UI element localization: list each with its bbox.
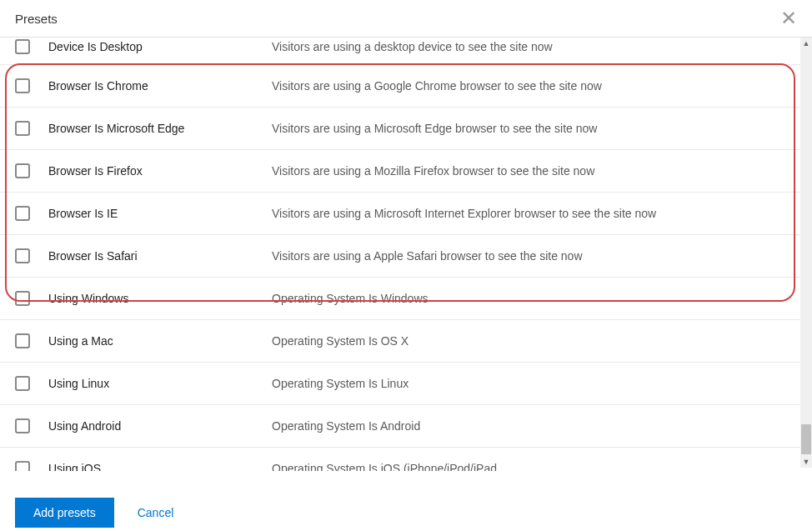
preset-name: Browser Is Microsoft Edge [48, 122, 272, 135]
preset-row: Browser Is SafariVisitors are using a Ap… [0, 235, 812, 278]
preset-checkbox[interactable] [15, 333, 30, 348]
preset-name: Browser Is Safari [48, 249, 272, 263]
preset-row: Using AndroidOperating System Is Android [0, 405, 812, 448]
preset-name: Using Windows [48, 292, 272, 305]
preset-row: Using iOSOperating System Is iOS (iPhone… [0, 448, 812, 471]
preset-description: Visitors are using a Google Chrome brows… [272, 79, 797, 93]
preset-checkbox[interactable] [15, 418, 30, 433]
preset-name: Using Android [48, 419, 272, 433]
close-icon[interactable]: ✕ [780, 8, 797, 28]
scrollbar[interactable]: ▲ ▼ [800, 38, 812, 468]
preset-checkbox[interactable] [15, 39, 30, 54]
preset-description: Visitors are using a Mozilla Firefox bro… [272, 164, 797, 178]
preset-row: Browser Is Microsoft EdgeVisitors are us… [0, 108, 812, 150]
preset-description: Operating System Is Linux [272, 377, 797, 390]
preset-description: Operating System Is OS X [272, 334, 797, 348]
preset-checkbox[interactable] [15, 291, 30, 306]
preset-name: Using iOS [48, 462, 272, 471]
preset-description: Visitors are using a Microsoft Internet … [272, 207, 797, 220]
preset-list: Device Is DesktopVisitors are using a de… [0, 38, 812, 471]
preset-row: Using WindowsOperating System Is Windows [0, 278, 812, 320]
preset-checkbox[interactable] [15, 248, 30, 263]
scrollbar-thumb[interactable] [801, 424, 811, 454]
dialog-header: Presets ✕ [0, 0, 812, 38]
cancel-button[interactable]: Cancel [138, 506, 174, 519]
preset-description: Operating System Is Android [272, 419, 797, 433]
preset-checkbox[interactable] [15, 78, 30, 93]
scroll-down-icon[interactable]: ▼ [800, 456, 812, 468]
preset-description: Visitors are using a Microsoft Edge brow… [272, 122, 797, 135]
preset-checkbox[interactable] [15, 163, 30, 178]
preset-checkbox[interactable] [15, 121, 30, 136]
preset-name: Device Is Desktop [48, 40, 272, 53]
add-presets-button[interactable]: Add presets [15, 498, 114, 528]
preset-description: Operating System Is iOS (iPhone/iPod/iPa… [272, 462, 797, 471]
preset-row: Using a MacOperating System Is OS X [0, 320, 812, 363]
dialog-title: Presets [15, 12, 58, 26]
preset-row: Browser Is ChromeVisitors are using a Go… [0, 65, 812, 108]
preset-row: Using LinuxOperating System Is Linux [0, 363, 812, 405]
preset-name: Browser Is Chrome [48, 79, 272, 93]
preset-row: Device Is DesktopVisitors are using a de… [0, 38, 812, 65]
preset-name: Browser Is IE [48, 207, 272, 220]
preset-row: Browser Is FirefoxVisitors are using a M… [0, 150, 812, 193]
preset-checkbox[interactable] [15, 461, 30, 471]
dialog-footer: Add presets Cancel [0, 485, 812, 531]
preset-name: Using Linux [48, 377, 272, 390]
preset-row: Browser Is IEVisitors are using a Micros… [0, 193, 812, 235]
preset-description: Visitors are using a desktop device to s… [272, 40, 797, 53]
scroll-up-icon[interactable]: ▲ [800, 38, 812, 49]
preset-checkbox[interactable] [15, 376, 30, 391]
preset-name: Browser Is Firefox [48, 164, 272, 178]
preset-description: Operating System Is Windows [272, 292, 797, 305]
preset-description: Visitors are using a Apple Safari browse… [272, 249, 797, 263]
preset-name: Using a Mac [48, 334, 272, 348]
preset-checkbox[interactable] [15, 206, 30, 221]
